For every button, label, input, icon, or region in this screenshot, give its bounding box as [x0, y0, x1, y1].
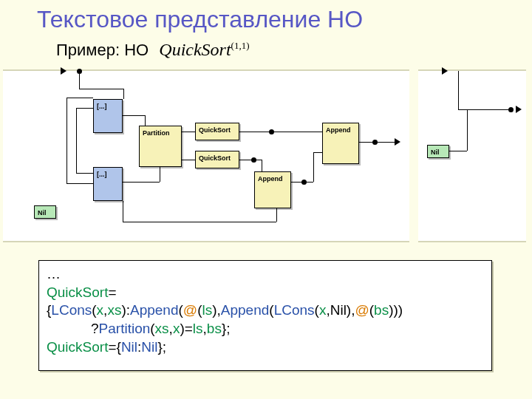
- diagram-left-panel: [...] [...] Nil Partition QuickSort Quic…: [3, 69, 409, 242]
- partition-box: Partition: [139, 126, 182, 167]
- case-box-2: [...]: [93, 167, 123, 201]
- code-line-5: QuickSort={Nil:Nil};: [47, 338, 484, 357]
- code-listing: … QuickSort= {LCons(x,xs):Append(@(ls),A…: [38, 260, 492, 371]
- diagram-right-panel: Nil: [418, 69, 526, 242]
- code-line-3: {LCons(x,xs):Append(@(ls),Append(LCons(x…: [47, 301, 484, 320]
- slide-subtitle: Пример: НО QuickSort(1,1): [56, 40, 250, 60]
- subtitle-prefix: Пример: НО: [56, 41, 149, 59]
- append-box-outer: Append: [322, 123, 359, 164]
- quicksort-box-1: QuickSort: [195, 123, 239, 140]
- code-line-4: ?Partition(xs,x)=ls,bs};: [47, 320, 484, 338]
- quicksort-box-2: QuickSort: [195, 151, 239, 168]
- nil-box-left: Nil: [34, 205, 56, 219]
- nil-box-right: Nil: [427, 145, 449, 158]
- case-box-1: [...]: [93, 99, 123, 133]
- code-line-1: …: [47, 265, 484, 284]
- slide-title: Текстовое представление НО: [37, 6, 363, 33]
- subtitle-formula: QuickSort(1,1): [153, 40, 249, 59]
- code-line-2: QuickSort=: [47, 284, 484, 302]
- append-box-inner: Append: [254, 171, 291, 208]
